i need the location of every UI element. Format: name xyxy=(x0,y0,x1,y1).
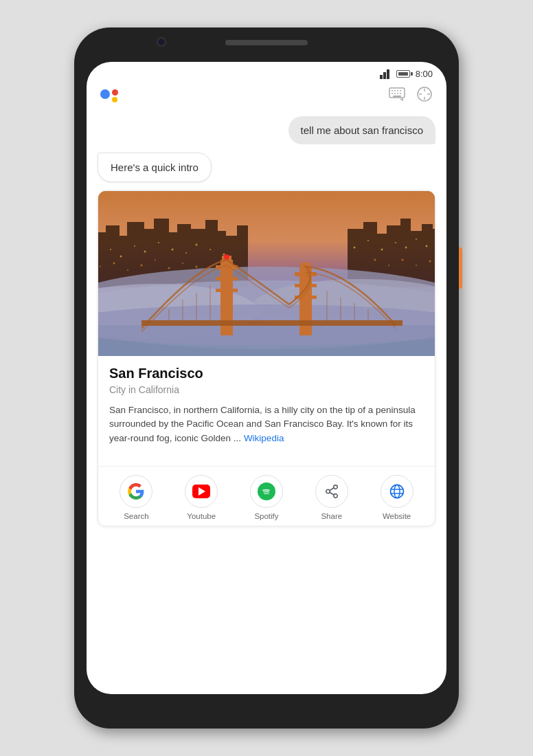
card-image xyxy=(98,191,435,356)
wikipedia-link[interactable]: Wikipedia xyxy=(244,433,284,443)
svg-rect-76 xyxy=(141,320,402,326)
search-action-label: Search xyxy=(124,512,148,520)
phone-body: 8:00 xyxy=(74,27,459,729)
youtube-icon xyxy=(192,485,210,498)
svg-point-100 xyxy=(334,493,338,498)
svg-point-88 xyxy=(141,265,143,267)
website-action-label: Website xyxy=(383,512,411,520)
svg-point-43 xyxy=(134,245,135,247)
svg-rect-20 xyxy=(106,225,120,287)
svg-point-92 xyxy=(196,266,198,268)
svg-point-89 xyxy=(155,259,156,260)
svg-point-97 xyxy=(429,260,431,263)
assistant-message-bubble: Here's a quick intro xyxy=(98,153,212,182)
svg-rect-39 xyxy=(431,229,435,287)
battery-icon xyxy=(396,70,410,78)
youtube-action-icon xyxy=(185,475,218,508)
assistant-logo xyxy=(100,87,118,102)
svg-point-91 xyxy=(182,263,183,264)
youtube-action-button[interactable]: Youtube xyxy=(185,475,218,520)
info-card: San Francisco City in California San Fra… xyxy=(98,190,435,526)
user-message-bubble: tell me about san francisco xyxy=(288,116,435,144)
svg-marker-2 xyxy=(387,69,389,79)
card-description: San Francisco, in northern California, i… xyxy=(109,403,424,445)
signal-icon xyxy=(380,69,391,79)
svg-point-99 xyxy=(326,489,330,493)
svg-point-86 xyxy=(113,263,115,265)
svg-point-57 xyxy=(426,245,428,247)
svg-point-56 xyxy=(416,238,417,240)
spotify-action-icon xyxy=(250,475,283,508)
logo-dot-red xyxy=(112,89,118,96)
phone-camera xyxy=(157,37,166,47)
svg-point-55 xyxy=(405,247,407,249)
svg-point-49 xyxy=(209,249,211,250)
website-action-button[interactable]: Website xyxy=(381,475,413,520)
svg-point-47 xyxy=(185,252,187,254)
assistant-message-text: Here's a quick intro xyxy=(111,162,199,173)
svg-point-51 xyxy=(354,247,356,249)
status-bar: 8:00 xyxy=(87,62,446,82)
svg-point-53 xyxy=(381,249,383,251)
user-message-text: tell me about san francisco xyxy=(301,124,423,136)
svg-point-90 xyxy=(168,267,170,269)
share-action-icon xyxy=(315,475,348,508)
status-time: 8:00 xyxy=(416,69,433,79)
svg-point-50 xyxy=(223,254,225,256)
chat-area: tell me about san francisco Here's a qui… xyxy=(87,109,446,694)
card-subtitle: City in California xyxy=(109,384,424,395)
website-action-icon xyxy=(381,475,413,508)
svg-point-98 xyxy=(334,485,338,489)
svg-point-42 xyxy=(120,256,122,258)
svg-point-44 xyxy=(144,251,146,253)
phone-speaker xyxy=(225,40,308,45)
svg-point-87 xyxy=(127,269,128,271)
svg-rect-67 xyxy=(216,277,238,280)
svg-point-48 xyxy=(196,244,198,246)
card-title: San Francisco xyxy=(109,366,424,381)
svg-point-103 xyxy=(390,485,403,498)
svg-point-104 xyxy=(394,485,400,498)
svg-line-101 xyxy=(330,488,334,491)
svg-point-96 xyxy=(416,265,417,266)
svg-point-45 xyxy=(158,242,159,243)
phone-screen: 8:00 xyxy=(87,62,446,694)
action-buttons: Search Youtube xyxy=(98,466,435,526)
svg-marker-0 xyxy=(380,75,383,79)
svg-rect-38 xyxy=(422,224,433,287)
svg-marker-1 xyxy=(383,72,386,79)
share-action-label: Share xyxy=(321,512,342,520)
svg-point-41 xyxy=(110,249,111,250)
youtube-action-label: Youtube xyxy=(187,512,216,520)
card-body: San Francisco City in California San Fra… xyxy=(98,356,435,466)
svg-point-52 xyxy=(367,240,369,241)
svg-point-94 xyxy=(388,265,389,266)
svg-point-93 xyxy=(374,259,376,261)
keyboard-icon[interactable] xyxy=(389,86,405,102)
svg-point-46 xyxy=(172,249,174,251)
svg-point-85 xyxy=(100,266,101,267)
logo-dot-yellow xyxy=(112,97,117,102)
youtube-play-icon xyxy=(199,487,205,496)
app-header xyxy=(87,82,446,109)
svg-line-102 xyxy=(330,492,334,495)
spotify-action-button[interactable]: Spotify xyxy=(250,475,283,520)
search-action-icon xyxy=(120,475,152,508)
header-icons xyxy=(389,86,433,102)
logo-dot-blue xyxy=(100,89,110,99)
phone-container: 8:00 xyxy=(0,0,533,756)
svg-rect-68 xyxy=(216,289,238,292)
spotify-icon xyxy=(258,482,275,500)
svg-point-95 xyxy=(402,259,404,261)
search-action-button[interactable]: Search xyxy=(120,475,152,520)
svg-rect-73 xyxy=(295,284,317,287)
share-action-button[interactable]: Share xyxy=(315,475,348,520)
compass-icon[interactable] xyxy=(416,86,433,102)
spotify-action-label: Spotify xyxy=(254,512,278,520)
svg-point-54 xyxy=(395,242,396,243)
